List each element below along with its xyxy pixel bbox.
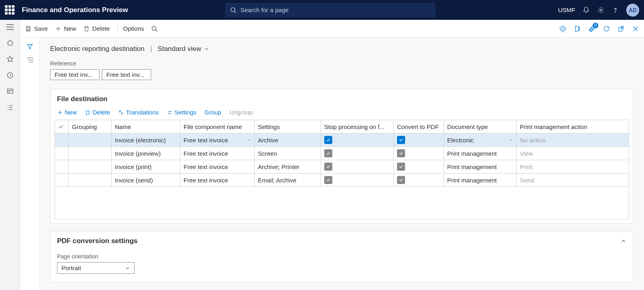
home-icon[interactable]: [6, 39, 14, 47]
doctype-cell[interactable]: Print management: [444, 147, 517, 160]
stop-cell[interactable]: [321, 133, 394, 147]
settings-cell[interactable]: Email; Archive: [255, 174, 321, 187]
doctype-cell[interactable]: Print management: [444, 174, 517, 187]
orientation-select[interactable]: Portrait: [57, 262, 135, 274]
form-mini-rail: [20, 38, 40, 290]
component-cell[interactable]: Free text invoice: [180, 133, 255, 147]
convert-cell[interactable]: [394, 133, 444, 147]
options-label: Options: [123, 25, 144, 32]
convert-checkbox[interactable]: [397, 163, 405, 171]
diamond-icon[interactable]: [559, 25, 566, 32]
component-cell[interactable]: Free text invoice: [180, 174, 255, 187]
workspace-icon[interactable]: [6, 88, 14, 95]
stop-checkbox[interactable]: [324, 163, 332, 171]
col-settings[interactable]: Settings: [255, 120, 321, 133]
fd-new-button[interactable]: New: [57, 109, 77, 116]
convert-cell[interactable]: [394, 147, 444, 160]
col-convert[interactable]: Convert to PDF: [394, 120, 444, 133]
options-button[interactable]: Options: [117, 25, 144, 32]
col-stop[interactable]: Stop processing on f...: [321, 120, 394, 133]
grouping-cell[interactable]: [69, 133, 112, 147]
name-cell[interactable]: Invoice (electronic): [112, 133, 180, 147]
popout-icon[interactable]: [617, 25, 625, 32]
stop-checkbox[interactable]: [324, 136, 332, 144]
filter-icon[interactable]: [27, 43, 33, 50]
doctype-cell[interactable]: Print management: [444, 160, 517, 174]
modules-icon[interactable]: [6, 104, 14, 111]
stop-cell[interactable]: [321, 147, 394, 160]
global-search[interactable]: Search for a page: [225, 3, 435, 17]
stop-cell[interactable]: [321, 174, 394, 187]
component-cell[interactable]: Free text invoice: [180, 160, 255, 174]
convert-checkbox[interactable]: [397, 176, 405, 184]
file-destination-grid: Grouping Name File component name Settin…: [55, 120, 629, 187]
settings-cell[interactable]: Archive; Printer: [255, 160, 321, 174]
fd-settings-button[interactable]: Settings: [167, 109, 196, 116]
pmaction-cell[interactable]: View: [517, 147, 629, 160]
row-selector-cell[interactable]: [55, 147, 69, 160]
help-icon[interactable]: [612, 6, 619, 14]
grouping-cell[interactable]: [69, 147, 112, 160]
close-button[interactable]: [632, 25, 639, 32]
file-destination-header[interactable]: File destination: [51, 89, 633, 107]
legal-entity[interactable]: USMF: [558, 6, 576, 13]
col-pmaction[interactable]: Print management action: [517, 120, 629, 133]
hamburger-icon[interactable]: [6, 24, 14, 30]
col-grouping[interactable]: Grouping: [69, 120, 112, 133]
refresh-icon[interactable]: [603, 25, 610, 32]
pmaction-cell[interactable]: Print: [517, 160, 629, 174]
action-search-button[interactable]: [151, 25, 158, 32]
table-row[interactable]: Invoice (print)Free text invoiceArchive;…: [55, 160, 629, 174]
fd-delete-button[interactable]: Delete: [85, 109, 110, 116]
settings-cell[interactable]: Screen: [255, 147, 321, 160]
star-icon[interactable]: [6, 55, 14, 63]
select-all-header[interactable]: [55, 120, 69, 133]
fd-group-button[interactable]: Group: [205, 109, 222, 116]
view-selector[interactable]: Standard view: [158, 45, 209, 53]
reference-label: Reference: [50, 60, 633, 67]
bell-icon[interactable]: [583, 6, 590, 14]
name-cell[interactable]: Invoice (print): [112, 160, 180, 174]
waffle-icon[interactable]: [5, 5, 15, 15]
attachments-button[interactable]: 0: [588, 25, 595, 32]
grid-header-row: Grouping Name File component name Settin…: [55, 120, 629, 133]
convert-checkbox[interactable]: [397, 149, 405, 157]
fd-translations-button[interactable]: Translations: [118, 109, 158, 116]
table-row[interactable]: Invoice (send)Free text invoiceEmail; Ar…: [55, 174, 629, 187]
pmaction-cell[interactable]: Send: [517, 174, 629, 187]
convert-cell[interactable]: [394, 174, 444, 187]
col-name[interactable]: Name: [112, 120, 180, 133]
col-component[interactable]: File component name: [180, 120, 255, 133]
save-button[interactable]: Save: [25, 25, 48, 32]
name-cell[interactable]: Invoice (send): [112, 174, 180, 187]
pmaction-cell[interactable]: No action: [517, 133, 629, 147]
stop-checkbox[interactable]: [324, 176, 332, 184]
stop-cell[interactable]: [321, 160, 394, 174]
new-label: New: [64, 25, 76, 32]
row-selector-cell[interactable]: [55, 133, 69, 147]
gear-icon[interactable]: [597, 6, 604, 14]
grouping-cell[interactable]: [69, 160, 112, 174]
related-lines-icon[interactable]: [27, 57, 33, 63]
grouping-cell[interactable]: [69, 174, 112, 187]
settings-cell[interactable]: Archive: [255, 133, 321, 147]
stop-checkbox[interactable]: [324, 149, 332, 157]
reference-value-0[interactable]: Free text inv...: [50, 69, 99, 80]
component-cell[interactable]: Free text invoice: [180, 147, 255, 160]
convert-cell[interactable]: [394, 160, 444, 174]
convert-checkbox[interactable]: [397, 136, 405, 144]
table-row[interactable]: Invoice (electronic)Free text invoiceArc…: [55, 133, 629, 147]
row-selector-cell[interactable]: [55, 174, 69, 187]
table-row[interactable]: Invoice (preview)Free text invoiceScreen…: [55, 147, 629, 160]
pdf-settings-header[interactable]: PDF conversion settings: [51, 231, 633, 249]
doctype-cell[interactable]: Electronic: [444, 133, 517, 147]
row-selector-cell[interactable]: [55, 160, 69, 174]
user-avatar[interactable]: AD: [626, 4, 639, 17]
reference-value-1[interactable]: Free text inv...: [102, 69, 151, 80]
office-icon[interactable]: [574, 25, 581, 32]
recent-icon[interactable]: [6, 72, 14, 79]
name-cell[interactable]: Invoice (preview): [112, 147, 180, 160]
new-button[interactable]: New: [55, 25, 76, 32]
delete-button[interactable]: Delete: [83, 25, 110, 32]
col-doctype[interactable]: Document type: [444, 120, 517, 133]
